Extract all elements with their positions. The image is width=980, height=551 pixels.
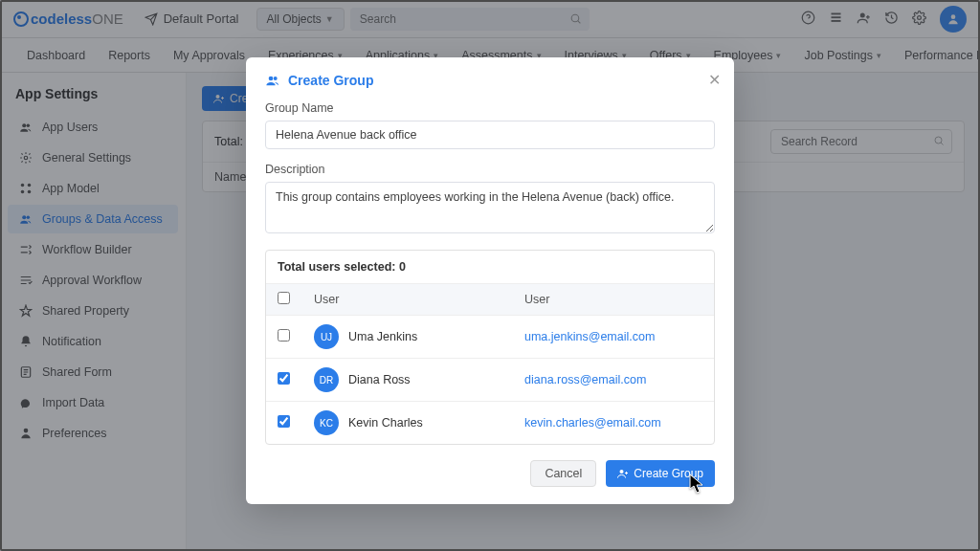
user-name: Diana Ross: [348, 373, 411, 386]
svg-point-23: [620, 470, 624, 474]
svg-point-21: [269, 77, 274, 81]
create-group-submit-button[interactable]: Create Group: [606, 460, 715, 487]
user-row: UJUma Jenkinsuma.jenkins@email.com: [266, 316, 714, 359]
modal-title: Create Group: [265, 73, 715, 88]
create-group-modal: Create Group ✕ Group Name Description To…: [246, 57, 734, 504]
user-row: KCKevin Charleskevin.charles@email.com: [266, 402, 714, 444]
user-checkbox[interactable]: [278, 329, 290, 342]
user-email[interactable]: kevin.charles@email.com: [524, 416, 702, 430]
modal-overlay: Create Group ✕ Group Name Description To…: [0, 0, 980, 551]
user-row: DRDiana Rossdiana.ross@email.com: [266, 359, 714, 402]
close-icon: ✕: [708, 72, 721, 88]
group-name-input[interactable]: [265, 121, 715, 149]
group-name-label: Group Name: [265, 101, 715, 115]
users-icon: [265, 73, 280, 88]
col-header-user: User: [314, 293, 524, 306]
users-selected-count: Total users selected: 0: [266, 251, 714, 284]
description-input[interactable]: [265, 182, 715, 233]
user-checkbox[interactable]: [278, 415, 290, 428]
user-name: Uma Jenkins: [348, 330, 417, 343]
user-email[interactable]: diana.ross@email.com: [524, 373, 702, 386]
user-name: Kevin Charles: [348, 416, 423, 430]
user-avatar-badge: DR: [314, 367, 339, 392]
user-avatar-badge: KC: [314, 410, 339, 435]
users-table-header: User User: [266, 284, 714, 316]
close-button[interactable]: ✕: [708, 71, 721, 89]
description-label: Description: [265, 163, 715, 176]
user-checkbox[interactable]: [278, 372, 290, 385]
svg-point-22: [274, 77, 278, 80]
select-all-checkbox[interactable]: [278, 292, 290, 304]
cancel-button[interactable]: Cancel: [530, 460, 596, 487]
user-email[interactable]: uma.jenkins@email.com: [524, 330, 702, 343]
users-table: Total users selected: 0 User User UJUma …: [265, 250, 715, 445]
col-header-email: User: [524, 293, 702, 306]
user-plus-icon: [617, 468, 629, 479]
user-avatar-badge: UJ: [314, 324, 339, 349]
